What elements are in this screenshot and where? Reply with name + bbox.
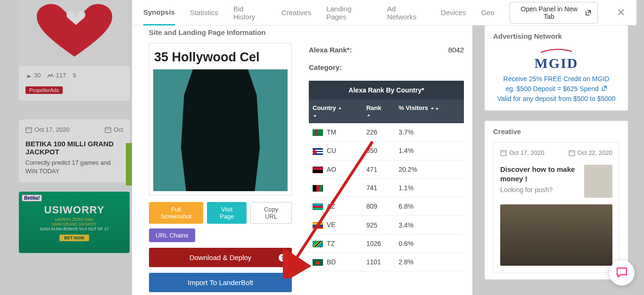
flag-icon — [313, 222, 323, 229]
section-title: Site and Landing Page Information — [149, 25, 464, 43]
visit-page-button[interactable]: Visit Page — [207, 202, 247, 224]
ad-network-card: Advertising Network MGID Receive 25% FRE… — [485, 25, 628, 110]
flag-icon — [313, 167, 323, 173]
rank-table-header: Alexa Rank By Country* — [309, 81, 464, 100]
creative-thumb — [584, 165, 612, 198]
col-country[interactable]: Country — [309, 100, 363, 123]
creative-image — [500, 204, 612, 266]
table-row: AO47120.2% — [309, 160, 464, 178]
col-visitors[interactable]: % Visitors — [395, 100, 464, 123]
svg-rect-3 — [569, 151, 575, 156]
tab-ad-networks[interactable]: Ad Networks — [387, 0, 426, 25]
calendar-icon — [569, 150, 575, 156]
creative-headline: Discover how to make money ! — [500, 165, 578, 183]
screenshot-image — [153, 69, 288, 191]
flag-icon — [313, 259, 323, 266]
external-link-icon — [602, 85, 607, 91]
creative-date-start: Oct 17, 2020 — [500, 149, 544, 156]
chat-button[interactable] — [609, 260, 635, 286]
external-link-icon — [585, 9, 592, 16]
rank-table: Alexa Rank By Country* Country Rank % Vi… — [309, 81, 464, 271]
creative-date-end: Oct 22, 2020 — [569, 149, 612, 156]
tab-geo[interactable]: Geo — [481, 0, 494, 25]
col-rank[interactable]: Rank — [363, 100, 395, 123]
tab-statistics[interactable]: Statistics — [190, 0, 218, 25]
open-new-tab-button[interactable]: Open Panel in New Tab — [510, 2, 598, 24]
sort-up-icon — [338, 106, 342, 111]
sort-up-icon — [430, 106, 435, 111]
alexa-rank-label: Alexa Rank*: — [309, 46, 352, 54]
ad-link-2[interactable]: eg. $500 Deposit = $625 Spend — [505, 85, 607, 93]
tab-bid-history[interactable]: Bid History — [233, 0, 266, 25]
sort-down-icon — [435, 106, 439, 111]
creative-card: Creative Oct 17, 2020 Oct 22, 2020 Disco… — [485, 121, 628, 279]
table-row: CU3501.4% — [309, 142, 464, 160]
category-label: Category: — [309, 63, 342, 71]
svg-rect-2 — [501, 151, 506, 156]
table-row: BD11012.8% — [309, 253, 464, 271]
tab-synopsis[interactable]: Synopsis — [143, 0, 175, 25]
table-row: AZ8096.8% — [309, 197, 464, 216]
table-row: TM2263.7% — [309, 123, 464, 142]
ad-network-title: Advertising Network — [493, 32, 619, 40]
tab-creatives[interactable]: Creatives — [281, 0, 311, 25]
full-screenshot-button[interactable]: Full Screenshot — [149, 202, 203, 224]
flag-icon — [313, 129, 323, 136]
ad-link-1[interactable]: Receive 25% FREE Credit on MGID — [504, 75, 610, 83]
flag-icon — [313, 148, 323, 155]
import-landerbolt-button[interactable]: Import To LanderBolt — [149, 273, 292, 292]
alexa-rank-value: 8042 — [448, 46, 464, 54]
sort-down-icon — [313, 113, 317, 118]
flag-icon — [313, 185, 323, 192]
table-row: TZ10260.6% — [309, 234, 464, 253]
table-row: 7411.1% — [309, 178, 464, 197]
tab-bar: Synopsis Statistics Bid History Creative… — [132, 0, 636, 25]
ad-link-3[interactable]: Valid for any deposit from $500 to $5000 — [497, 95, 615, 102]
mgid-logo: MGID — [493, 47, 619, 74]
help-icon: ? — [279, 254, 286, 261]
chat-icon — [615, 266, 628, 279]
copy-url-button[interactable]: Copy URL — [250, 202, 292, 224]
tab-landing-pages[interactable]: Landing Pages — [326, 0, 372, 25]
detail-panel: Synopsis Statistics Bid History Creative… — [132, 0, 636, 295]
close-icon[interactable]: ✕ — [617, 7, 625, 19]
screenshot-preview: 35 Hollywood Cel — [149, 43, 292, 195]
calendar-icon — [500, 150, 507, 156]
table-row: VE9253.4% — [309, 216, 464, 234]
screenshot-headline: 35 Hollywood Cel — [153, 47, 288, 69]
flag-icon — [313, 203, 323, 210]
tab-devices[interactable]: Devices — [441, 0, 466, 25]
flag-icon — [313, 241, 323, 247]
sort-up-icon — [366, 113, 371, 118]
download-deploy-button[interactable]: Download & Deploy ? — [149, 248, 292, 267]
creative-sub: Looking for push? — [500, 186, 578, 194]
url-chains-button[interactable]: URL Chains — [149, 228, 195, 242]
creative-title: Creative — [493, 127, 619, 135]
